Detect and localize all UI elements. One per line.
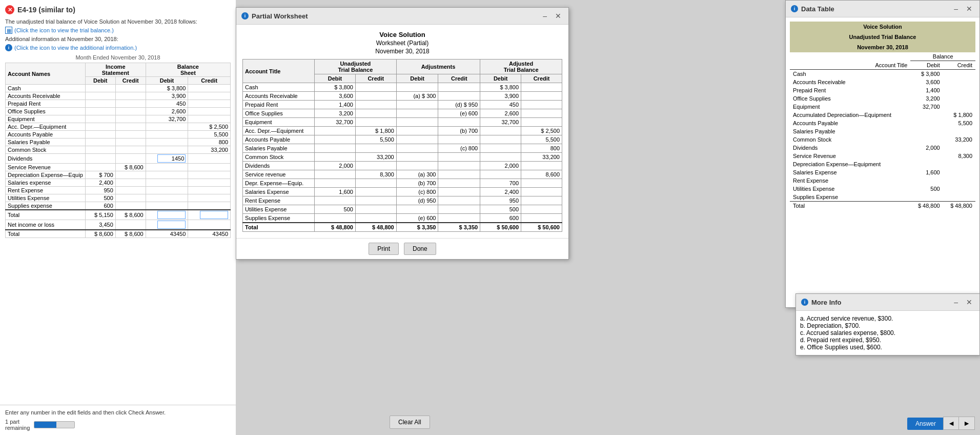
- partial-total-row: Total $ 48,800$ 48,800 $ 3,350$ 3,350 $ …: [243, 223, 562, 232]
- is-debit-header: Debit: [85, 77, 115, 85]
- adj-credit-header: Credit: [438, 74, 480, 83]
- total-bs-debit-input[interactable]: [157, 211, 186, 219]
- month-label: Month Ended November 30, 2018: [5, 54, 231, 61]
- bs-credit-header: Credit: [188, 77, 231, 85]
- minimize-data-btn[interactable]: –: [952, 4, 960, 14]
- next-button[interactable]: ►: [958, 417, 975, 430]
- balance-sheet-header: BalanceSheet: [146, 63, 230, 77]
- partial-date: November 30, 2018: [242, 48, 562, 55]
- table-row: Depr. Expense—Equip.(b) 700700: [243, 179, 562, 188]
- table-row: Prepaid Rent450: [6, 100, 231, 108]
- data-company: Voice Solution: [790, 22, 975, 32]
- dividends-input[interactable]: [157, 154, 186, 163]
- adj-debit-header: Debit: [396, 74, 438, 83]
- table-row: Rent Expense950: [6, 187, 231, 194]
- info-line2: Additional information at November 30, 2…: [5, 36, 231, 42]
- dividends-row[interactable]: Dividends: [6, 154, 231, 164]
- bottom-bar: Enter any number in the edit fields and …: [0, 405, 236, 435]
- data-unadj-title: Unadjusted Trial Balance: [790, 32, 975, 42]
- list-item: Common Stock33,200: [790, 135, 975, 144]
- list-item: Equipment32,700: [790, 103, 975, 111]
- list-item: Rent Expense: [790, 176, 975, 185]
- total-bs-credit-input[interactable]: [200, 211, 228, 219]
- grid-icon: ▦: [5, 27, 12, 34]
- prev-button[interactable]: ◄: [943, 417, 959, 430]
- info-icon-small: i: [5, 44, 12, 51]
- partial-worksheet-label: Worksheet (Partial): [242, 39, 562, 47]
- problem-title: ✕ E4-19 (similar to): [5, 5, 231, 14]
- credit-col-label: Credit: [943, 61, 975, 70]
- account-names-header: Account Names: [6, 63, 86, 85]
- table-row: Salaries Expense1,600(c) 8002,400: [243, 188, 562, 196]
- minimize-btn[interactable]: –: [541, 11, 549, 21]
- more-info-item-a: a. Accrued service revenue, $300.: [800, 315, 975, 322]
- is-credit-header: Credit: [115, 77, 146, 85]
- atb-debit-header: Debit: [480, 74, 521, 83]
- more-info-item-b: b. Depreciation, $700.: [800, 322, 975, 329]
- bs-debit-header: Debit: [146, 77, 188, 85]
- net-income-row: Net income or loss3,450: [6, 220, 231, 230]
- data-table-dialog: i Data Table – ✕ Voice Solution Unadjust…: [785, 0, 980, 308]
- adj-header: Adjustments: [396, 60, 480, 74]
- table-row: Supplies Expense(e) 600600: [243, 214, 562, 223]
- main-worksheet-table: Account Names IncomeStatement BalanceShe…: [5, 63, 231, 238]
- balance-col-header: Balance: [910, 52, 975, 61]
- instruction-text: Enter any number in the edit fields and …: [5, 409, 231, 416]
- income-statement-header: IncomeStatement: [85, 63, 146, 77]
- list-item: Accounts Payable5,500: [790, 119, 975, 127]
- table-row: Depreciation Expense—Equip$ 700: [6, 171, 231, 179]
- info-line1: The unadjusted trial balance of Voice So…: [5, 18, 231, 25]
- list-item: Salaries Payable: [790, 127, 975, 135]
- progress-label: 1 partremaining: [5, 419, 30, 431]
- table-row: Common Stock33,200: [6, 146, 231, 154]
- data-table-header: i Data Table – ✕: [786, 1, 979, 17]
- utb-debit-header: Debit: [315, 74, 356, 83]
- answer-button[interactable]: Answer: [907, 418, 944, 430]
- close-data-btn[interactable]: ✕: [964, 4, 974, 14]
- trial-balance-link[interactable]: ▦ (Click the icon to view the trial bala…: [5, 27, 231, 34]
- account-title-header: Account Title: [243, 60, 315, 83]
- table-row: Accounts Payable5,500: [6, 131, 231, 139]
- table-row: Accounts Receivable3,900: [6, 92, 231, 100]
- more-info-title: More Info: [811, 299, 842, 306]
- more-info-item-c: c. Accrued salaries expense, $800.: [800, 329, 975, 337]
- partial-worksheet-footer: Print Done: [236, 238, 568, 259]
- table-row: Equipment32,70032,700: [243, 118, 562, 127]
- utb-credit-header: Credit: [355, 74, 396, 83]
- data-total-row: Total$ 48,800$ 48,800: [790, 202, 975, 210]
- partial-worksheet-header: i Partial Worksheet – ✕: [236, 8, 568, 25]
- table-row: Cash$ 3,800$ 3,800: [243, 83, 562, 92]
- table-row: Equipment32,700: [6, 115, 231, 123]
- table-row: Service Revenue$ 8,600: [6, 164, 231, 171]
- close-partial-btn[interactable]: ✕: [553, 11, 563, 21]
- table-row: Office Supplies2,600: [6, 108, 231, 115]
- partial-worksheet-body: Voice Solution Worksheet (Partial) Novem…: [236, 25, 568, 238]
- table-row: Utilities Expense500: [6, 194, 231, 202]
- partial-table: Account Title UnadjustedTrial Balance Ad…: [242, 59, 562, 232]
- info-icon-data: i: [791, 5, 798, 12]
- data-table-inner: Voice Solution Unadjusted Trial Balance …: [790, 22, 975, 210]
- minimize-moreinfo-btn[interactable]: –: [952, 297, 960, 307]
- net-income-bs-input[interactable]: [157, 221, 186, 229]
- list-item: Office Supplies3,200: [790, 94, 975, 103]
- close-moreinfo-btn[interactable]: ✕: [964, 297, 974, 307]
- data-table-title: Data Table: [801, 5, 834, 13]
- clear-all-button[interactable]: Clear All: [390, 416, 430, 429]
- data-date: November 30, 2018: [790, 42, 975, 52]
- done-button[interactable]: Done: [404, 243, 436, 255]
- partial-worksheet-title: Partial Worksheet: [252, 12, 308, 20]
- debit-col-label: Debit: [910, 61, 943, 70]
- list-item: Service Revenue8,300: [790, 152, 975, 160]
- grand-total-row: Total$ 8,600$ 8,6004345043450: [6, 230, 231, 238]
- list-item: Depreciation Expense—Equipment: [790, 160, 975, 168]
- print-button[interactable]: Print: [369, 243, 399, 255]
- list-item: Prepaid Rent1,400: [790, 86, 975, 94]
- additional-info-link[interactable]: i (Click the icon to view the additional…: [5, 44, 231, 51]
- x-icon: ✕: [5, 5, 14, 14]
- more-info-item-e: e. Office Supplies used, $600.: [800, 344, 975, 351]
- table-row: Utilities Expense500500: [243, 205, 562, 214]
- table-row: Salaries expense2,400: [6, 179, 231, 187]
- list-item: Utilities Expense500: [790, 185, 975, 193]
- table-row: Prepaid Rent1,400(d) $ 950450: [243, 101, 562, 109]
- list-item: Cash$ 3,800: [790, 70, 975, 78]
